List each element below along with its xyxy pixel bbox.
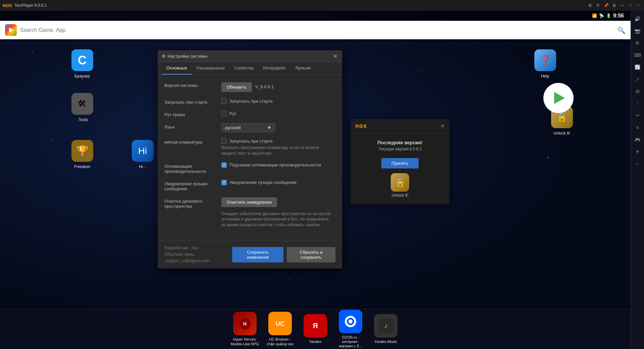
reset-button[interactable]: Сбросить и сохранить	[287, 247, 335, 262]
performance-label: Оптимизации производительности	[164, 162, 218, 174]
sidebar-cut-icon[interactable]: ✂	[632, 110, 643, 121]
nox-popup-close-btn[interactable]: ✕	[440, 123, 445, 129]
play-store-logo	[5, 24, 17, 36]
disk-control: Очистить немедленно Очищает избыточное д…	[221, 197, 335, 228]
svg-text:Я: Я	[313, 321, 318, 330]
signal-icon: 📡	[599, 13, 604, 18]
keyboard-control: Запускать при старте Включить программну…	[221, 138, 335, 156]
play-store-large-btn[interactable]	[543, 83, 574, 113]
sidebar-share-icon[interactable]: ↑	[632, 98, 643, 109]
taskbar-ozon[interactable]: OZON.ru - интернет-магазин с б...	[336, 310, 365, 349]
taskbar-uc-browser[interactable]: UC UC Browser - chặn quảng cáo	[266, 312, 294, 346]
keyboard-checkbox[interactable]	[221, 138, 227, 144]
freedom-icon[interactable]: 🏆 Freedom	[67, 140, 97, 169]
topbar-pin-btn[interactable]: 📌	[603, 2, 609, 8]
hi-icon[interactable]: Hi Hi...	[127, 140, 158, 169]
settings-gear-icon: ⚙	[162, 54, 166, 59]
topbar-refresh-btn[interactable]: ↻	[595, 2, 601, 8]
bubble-checkbox[interactable]	[221, 180, 227, 185]
taskbar-yandex-music[interactable]: ♪ Yandex.Music	[372, 314, 400, 344]
freedom-label: Freedom	[74, 164, 90, 169]
nox-logo: NOX	[3, 3, 12, 8]
taskbar-hyper-heroes[interactable]: H Hyper Heroes: Marble-Like RPG	[231, 312, 259, 346]
help-icon[interactable]: ❓ Help	[530, 49, 560, 79]
svg-text:♪: ♪	[384, 322, 387, 330]
dialog-title-left: ⚙ Настройки системы	[162, 54, 208, 59]
root-label: Рут-права	[164, 111, 218, 117]
sidebar-resize-icon[interactable]: ⤢	[632, 74, 643, 85]
battery-icon: 🔋	[606, 13, 611, 18]
sidebar-back-icon[interactable]: ←	[632, 158, 643, 169]
sidebar-volume-icon[interactable]: 🔊	[632, 13, 643, 24]
sidebar-menu-icon[interactable]: ≡	[632, 122, 643, 133]
performance-checkbox-row: Подсказки оптимизации производительности	[221, 162, 335, 168]
version-row: Версия системы Обновить V_6.0.6.1	[164, 82, 335, 92]
root-checkbox-row: Рут	[221, 111, 335, 116]
yandex-music-label: Yandex.Music	[374, 340, 397, 344]
topbar-controls: ⚙ ↻ 📌 ⊞ — □ ✕	[587, 2, 641, 8]
autostart-row: Запускать при старте Запускать при старт…	[164, 98, 335, 105]
play-search-input[interactable]	[20, 24, 614, 36]
language-control: русский ▼	[221, 123, 335, 132]
tab-advanced[interactable]: Расширенные	[192, 62, 230, 74]
nox-popup-body: Последняя версия! Текущая версия:6.0.6.1…	[351, 133, 449, 204]
tab-interface[interactable]: Интерфейс	[258, 62, 290, 74]
play-search-icon[interactable]: 🔍	[617, 26, 626, 34]
ozon-icon	[339, 310, 362, 333]
dialog-close-btn[interactable]: ✕	[332, 53, 338, 59]
language-select[interactable]: русский ▼	[221, 123, 275, 132]
tab-properties[interactable]: Свойства	[230, 62, 258, 74]
version-control: Обновить V_6.0.6.1	[221, 82, 335, 92]
footer-info: Разработчик: Nox Обратная связь: support…	[164, 245, 232, 264]
keyboard-hint: Включить программную клавиатуру, если не…	[221, 145, 332, 156]
topbar: NOX NoxPlayer 6.0.6.1 ⚙ ↻ 📌 ⊞ — □ ✕	[0, 0, 644, 11]
sidebar-keyboard-icon[interactable]: ⌨	[632, 50, 643, 60]
sidebar-brightness-icon[interactable]: ☀	[632, 146, 643, 157]
tab-basic[interactable]: Основные	[162, 62, 192, 74]
tools-icon-img: 🛠	[71, 93, 93, 115]
update-button[interactable]: Обновить	[221, 82, 252, 92]
nox-popup-app[interactable]: 🔓 Unlock It!	[355, 173, 445, 198]
save-button[interactable]: Сохранить изменения	[232, 247, 283, 262]
browser-icon[interactable]: C Браузер	[67, 49, 97, 79]
root-row: Рут-права Рут	[164, 111, 335, 117]
help-label: Help	[541, 74, 549, 79]
developer-label: Разработчик:	[164, 246, 189, 250]
keyboard-checkbox-row: Запускать при старте	[221, 138, 335, 144]
topbar-close-btn[interactable]: ✕	[635, 2, 641, 8]
dialog-content: Версия системы Обновить V_6.0.6.1 Запуск…	[158, 75, 342, 241]
taskbar-yandex[interactable]: Я Yandex	[301, 314, 330, 344]
autostart-checkbox[interactable]	[221, 98, 227, 104]
accept-button[interactable]: Принять	[381, 158, 419, 168]
performance-checkbox[interactable]	[221, 162, 227, 168]
topbar-maximize-btn[interactable]: □	[627, 2, 633, 8]
hyper-heroes-label: Hyper Heroes: Marble-Like RPG	[231, 337, 259, 346]
right-sidebar: 🔊 📷 ⚙ ⌨ 🔄 ⤢ ⊞ ↑ ✂ ≡ 🎮 ☀ ←	[631, 11, 644, 349]
tab-shortcuts[interactable]: Ярлыки	[290, 62, 315, 74]
root-control: Рут	[221, 111, 335, 116]
topbar-settings-btn[interactable]: ⚙	[587, 2, 593, 8]
autostart-control: Запускать при старте	[221, 98, 335, 104]
root-checkbox[interactable]	[221, 111, 227, 116]
settings-dialog[interactable]: ⚙ Настройки системы ✕ Основные Расширенн…	[158, 50, 342, 268]
topbar-multi-btn[interactable]: ⊞	[611, 2, 617, 8]
sidebar-settings-icon[interactable]: ⚙	[632, 38, 643, 48]
android-statusbar: 📶 📡 🔋 9:56	[0, 11, 631, 21]
sidebar-gamepad-icon[interactable]: 🎮	[632, 134, 643, 145]
keyboard-checkbox-label: Запускать при старте	[229, 139, 273, 144]
sidebar-screenshot-icon[interactable]: 📷	[632, 26, 643, 36]
feedback-value: support_ru@bignox.com	[166, 258, 210, 263]
version-value: V_6.0.6.1	[255, 82, 274, 92]
dialog-titlebar: ⚙ Настройки системы ✕	[158, 50, 342, 62]
tools-icon[interactable]: 🛠 · Tools	[67, 93, 97, 122]
yandex-music-icon: ♪	[374, 314, 397, 338]
clean-button[interactable]: Очистить немедленно	[221, 197, 277, 207]
nox-popup[interactable]: nox ✕ Последняя версия! Текущая версия:6…	[351, 119, 449, 204]
taskbar: H Hyper Heroes: Marble-Like RPG UC UC Br…	[0, 309, 631, 349]
topbar-minimize-btn[interactable]: —	[619, 2, 625, 8]
sidebar-apps-icon[interactable]: ⊞	[632, 86, 643, 97]
play-search-bar[interactable]: 🔍	[0, 21, 631, 39]
sidebar-rotate-icon[interactable]: 🔄	[632, 62, 643, 72]
topbar-title: NoxPlayer 6.0.6.1	[15, 3, 47, 8]
dialog-footer: Разработчик: Nox Обратная связь: support…	[158, 241, 342, 268]
